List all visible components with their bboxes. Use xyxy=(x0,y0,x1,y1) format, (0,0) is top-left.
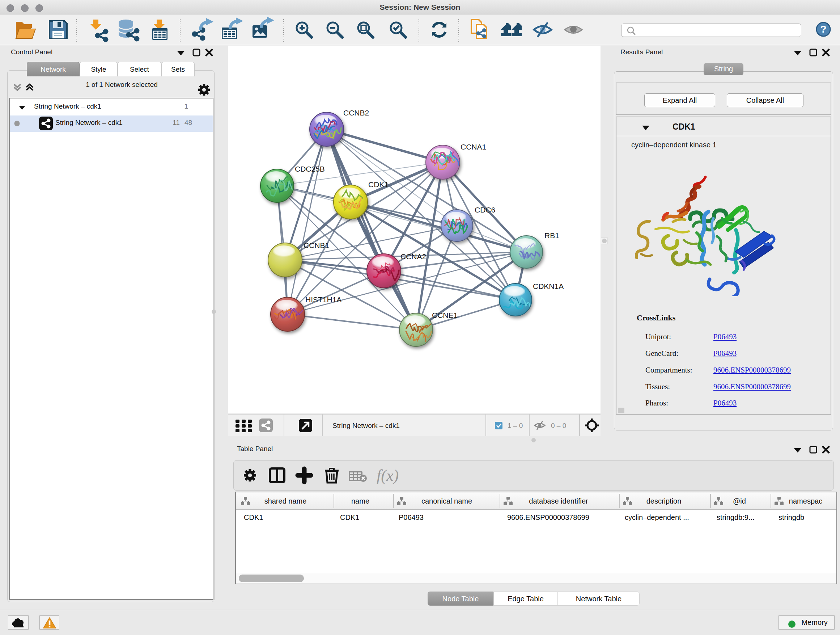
svg-text:CDK1: CDK1 xyxy=(368,180,388,188)
svg-text:HIST1H1A: HIST1H1A xyxy=(305,295,341,304)
svg-text:CCNA2: CCNA2 xyxy=(401,252,426,261)
svg-text:namespac: namespac xyxy=(789,497,822,505)
svg-text:canonical name: canonical name xyxy=(422,497,472,505)
svg-text:CDC25B: CDC25B xyxy=(295,165,325,173)
svg-text:0 – 0: 0 – 0 xyxy=(551,422,566,429)
svg-text:name: name xyxy=(351,497,369,505)
svg-text:CCNB2: CCNB2 xyxy=(343,109,369,117)
svg-text:CDKN1A: CDKN1A xyxy=(533,282,564,290)
svg-text:String Network – cdk1: String Network – cdk1 xyxy=(332,422,400,429)
svg-text:shared name: shared name xyxy=(264,497,307,505)
svg-text:1 – 0: 1 – 0 xyxy=(508,422,523,429)
svg-text:CCNE1: CCNE1 xyxy=(432,311,458,319)
svg-text:database identifier: database identifier xyxy=(529,497,588,505)
svg-text:@id: @id xyxy=(733,497,746,505)
svg-text:CCNB1: CCNB1 xyxy=(303,241,329,249)
svg-text:f(x): f(x) xyxy=(377,467,399,485)
svg-text:description: description xyxy=(646,497,682,505)
svg-text:RB1: RB1 xyxy=(545,231,559,240)
svg-text:?: ? xyxy=(820,24,826,35)
svg-text:CCNA1: CCNA1 xyxy=(461,143,486,151)
svg-text:CDC6: CDC6 xyxy=(475,206,495,214)
